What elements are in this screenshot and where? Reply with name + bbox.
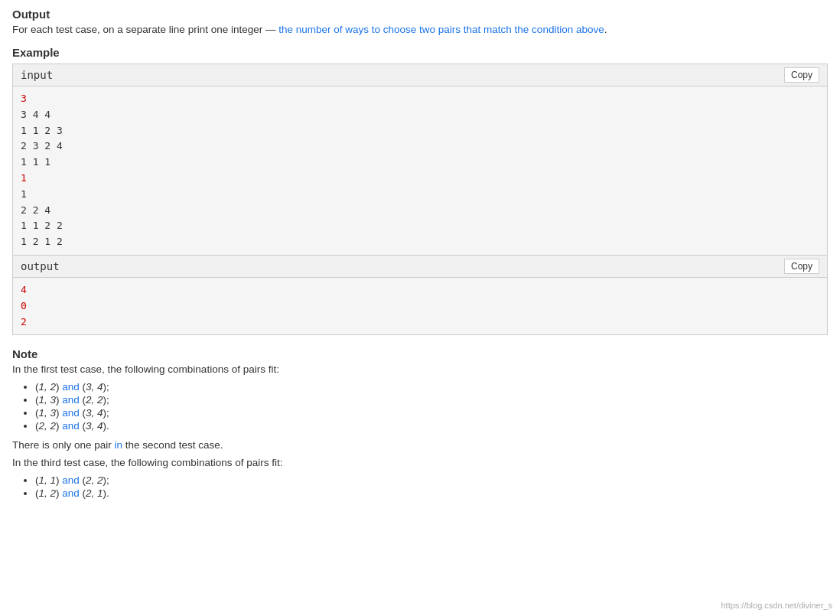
- input-line-6-red: 1: [21, 172, 27, 184]
- bullet-list-2: (1, 1) and (2, 2); (1, 2) and (2, 1).: [12, 474, 828, 499]
- second-note: There is only one pair in the second tes…: [12, 439, 828, 451]
- example-section: Example input Copy 3 3 4 4 1 1 2 3 2 3 2…: [12, 46, 828, 335]
- bullet-item-6: (1, 2) and (2, 1).: [35, 487, 828, 499]
- bullet-item-2: (1, 3) and (2, 2);: [35, 394, 828, 406]
- math-9: 1, 1: [39, 474, 57, 486]
- and-3: and: [62, 407, 80, 419]
- math-12: 2, 1: [86, 487, 103, 499]
- and-6: and: [62, 487, 80, 499]
- output-line-3: 2: [21, 315, 819, 331]
- second-note-text1: There is only one pair: [12, 439, 115, 451]
- input-line-5: 1 1 1: [21, 155, 819, 171]
- input-block: input Copy 3 3 4 4 1 1 2 3 2 3 2 4 1 1 1…: [12, 64, 828, 256]
- output-copy-button[interactable]: Copy: [784, 259, 819, 274]
- input-line-3: 1 1 2 3: [21, 123, 819, 139]
- input-content: 3 3 4 4 1 1 2 3 2 3 2 4 1 1 1 1 1 2 2 4 …: [13, 86, 827, 255]
- input-line-4: 2 3 2 4: [21, 139, 819, 155]
- output-desc-text1: For each test case, on a separate line p…: [12, 24, 278, 35]
- bullet-item-1: (1, 2) and (3, 4);: [35, 381, 828, 393]
- and-5: and: [62, 474, 80, 486]
- example-title: Example: [12, 46, 828, 59]
- bullet-item-5: (1, 1) and (2, 2);: [35, 474, 828, 486]
- bullet-list-1: (1, 2) and (3, 4); (1, 3) and (2, 2); (1…: [12, 381, 828, 432]
- input-line-9: 1 1 2 2: [21, 218, 819, 234]
- second-note-in: in: [115, 439, 123, 451]
- output-label: output: [21, 260, 60, 272]
- input-label: input: [21, 69, 53, 81]
- math-7: 2, 2: [39, 420, 57, 432]
- bullet-item-4: (2, 2) and (3, 4).: [35, 420, 828, 432]
- and-2: and: [62, 394, 80, 406]
- and-4: and: [62, 420, 80, 432]
- input-line-2: 3 4 4: [21, 107, 819, 123]
- input-header: input Copy: [13, 64, 827, 86]
- note-title: Note: [12, 347, 828, 360]
- input-line-10: 1 2 1 2: [21, 234, 819, 250]
- output-title: Output: [12, 8, 828, 21]
- output-val-3: 2: [21, 316, 27, 328]
- math-1: 1, 2: [39, 381, 57, 393]
- math-5: 1, 3: [39, 407, 57, 419]
- output-description: For each test case, on a separate line p…: [12, 24, 828, 35]
- output-line-2: 0: [21, 298, 819, 315]
- output-line-1: 4: [21, 282, 819, 298]
- note-section: Note In the first test case, the followi…: [12, 347, 828, 499]
- input-line-7: 1: [21, 187, 819, 203]
- math-8: 3, 4: [86, 420, 103, 432]
- output-content: 4 0 2: [13, 278, 827, 334]
- note-intro: In the first test case, the following co…: [12, 363, 828, 375]
- output-val-2: 0: [21, 300, 27, 311]
- bullet-item-3: (1, 3) and (3, 4);: [35, 407, 828, 419]
- math-6: 3, 4: [86, 407, 103, 419]
- output-desc-text2: .: [604, 24, 607, 35]
- input-line-8: 2 2 4: [21, 203, 819, 219]
- input-line-6: 1: [21, 171, 819, 187]
- input-copy-button[interactable]: Copy: [784, 67, 819, 83]
- math-11: 1, 2: [39, 487, 57, 499]
- output-desc-highlight: the number of ways to choose two pairs t…: [278, 24, 604, 35]
- output-section: Output For each test case, on a separate…: [12, 8, 828, 35]
- third-note: In the third test case, the following co…: [12, 457, 828, 468]
- output-block: output Copy 4 0 2: [12, 256, 828, 335]
- second-note-text2: the second test case.: [122, 439, 223, 451]
- input-line-1-red: 3: [21, 93, 27, 104]
- input-line-1: 3: [21, 91, 819, 107]
- math-10: 2, 2: [86, 474, 103, 486]
- output-val-1: 4: [21, 284, 27, 295]
- output-header: output Copy: [13, 256, 827, 278]
- math-2: 3, 4: [86, 381, 103, 393]
- and-1: and: [62, 381, 80, 393]
- math-3: 1, 3: [39, 394, 57, 406]
- math-4: 2, 2: [86, 394, 103, 406]
